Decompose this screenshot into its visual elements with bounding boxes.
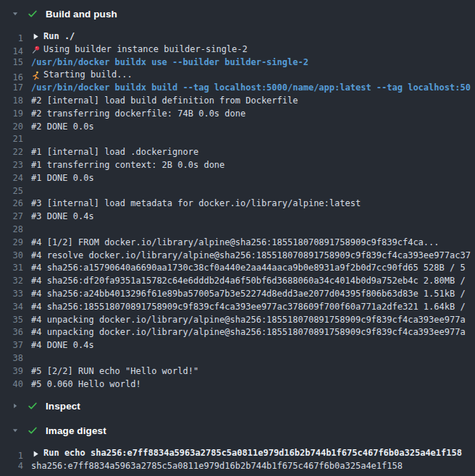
line-number[interactable]: 39 <box>0 365 23 378</box>
log-line: 4 sha256:e7ff8834a5963a2785c5a0811e979d1… <box>0 460 475 473</box>
log-line: 20 #2 DONE 0.0s <box>0 121 475 134</box>
line-number[interactable]: 37 <box>0 339 23 352</box>
log-line: 26 #3 [internal] load metadata for docke… <box>0 197 475 211</box>
log-line-text: #1 DONE 0.0s <box>31 172 94 185</box>
log-line-text: #4 unpacking docker.io/library/alpine@sh… <box>31 314 466 327</box>
section-header-inspect[interactable]: Inspect <box>0 395 475 417</box>
pushpin-icon <box>31 45 41 54</box>
log-line-content: #1 transferring context: 2B 0.0s done <box>31 159 475 172</box>
log-line: 39 #5 [2/2] RUN echo "Hello world!" <box>0 365 475 378</box>
line-number[interactable]: 20 <box>0 121 23 134</box>
log-line-content: #4 [1/2] FROM docker.io/library/alpine@s… <box>31 237 475 250</box>
line-number[interactable]: 17 <box>0 82 23 95</box>
log-line-content: #3 DONE 0.4s <box>31 211 475 224</box>
line-number[interactable]: 40 <box>0 378 23 391</box>
line-number[interactable]: 14 <box>0 46 23 56</box>
line-number[interactable]: 23 <box>0 159 23 172</box>
line-number[interactable]: 35 <box>0 314 23 327</box>
log-line: 1 Run ./ <box>0 30 475 43</box>
check-icon <box>28 9 38 19</box>
log-line: 17 /usr/bin/docker buildx build --tag lo… <box>0 82 475 95</box>
line-number[interactable]: 31 <box>0 262 23 275</box>
log-line-content: #2 DONE 0.0s <box>31 121 475 134</box>
log-line-text: #4 DONE 0.4s <box>31 339 94 352</box>
log-line-text: #4 sha256:df20fa9351a15782c64e6dddb2d4a6… <box>31 275 466 288</box>
line-number[interactable]: 18 <box>0 95 23 108</box>
log-line-content: Using builder instance builder-single-2 <box>31 43 475 56</box>
log-line-content: #1 DONE 0.0s <box>31 172 475 185</box>
log-line-text: #1 [internal] load .dockerignore <box>31 146 198 159</box>
expand-arrow-icon[interactable] <box>31 449 41 459</box>
log-line-content: /usr/bin/docker buildx build --tag local… <box>31 82 475 95</box>
chevron-icon[interactable] <box>12 427 19 434</box>
chevron-icon[interactable] <box>12 402 19 409</box>
log-line: 34 #4 sha256:185518070891758909c9f839cf4… <box>0 301 475 314</box>
chevron-icon[interactable] <box>12 10 19 17</box>
log-line: 14 Using builder instance builder-single… <box>0 43 475 56</box>
log-line-text: #4 [1/2] FROM docker.io/library/alpine@s… <box>31 237 440 250</box>
log-line-text: #3 [internal] load metadata for docker.i… <box>31 197 361 211</box>
line-number[interactable]: 19 <box>0 108 23 121</box>
log-line-text: #2 [internal] load build definition from… <box>31 95 298 108</box>
log-section-build-and-push: Build and push 1 Run ./ 14 Using builder… <box>0 3 475 392</box>
log-line-content: #5 [2/2] RUN echo "Hello world!" <box>31 365 475 378</box>
line-number[interactable]: 22 <box>0 146 23 159</box>
line-number[interactable]: 38 <box>0 352 23 365</box>
log-line-text: #2 DONE 0.0s <box>31 121 94 134</box>
line-number[interactable]: 1 <box>0 33 23 43</box>
log-line-text: /usr/bin/docker buildx use --builder bui… <box>31 56 308 69</box>
log-line-content: #4 sha256:a15790640a6690aa1730c38cf0a440… <box>31 262 475 275</box>
log-line: 19 #2 transferring dockerfile: 74B 0.0s … <box>0 108 475 121</box>
log-line-content: Starting build... <box>31 69 475 82</box>
line-number[interactable]: 33 <box>0 288 23 301</box>
line-number[interactable]: 1 <box>0 450 23 460</box>
log-line: 36 #4 unpacking docker.io/library/alpine… <box>0 326 475 339</box>
log-line-content: #2 [internal] load build definition from… <box>31 95 475 108</box>
line-number[interactable]: 16 <box>0 72 23 82</box>
log-line-text: #4 sha256:185518070891758909c9f839cf4ca3… <box>31 301 466 314</box>
log-line-text: #5 0.060 Hello world! <box>31 378 141 391</box>
log-line: 25 <box>0 185 475 198</box>
log-line-content: #2 transferring dockerfile: 74B 0.0s don… <box>31 108 475 121</box>
log-line-text: /usr/bin/docker buildx build --tag local… <box>31 82 471 95</box>
log-line-content: #4 resolve docker.io/library/alpine@sha2… <box>31 250 475 263</box>
expand-arrow-icon[interactable] <box>31 32 41 41</box>
log-line-text: #2 transferring dockerfile: 74B 0.0s don… <box>31 108 245 121</box>
log-line: 31 #4 sha256:a15790640a6690aa1730c38cf0a… <box>0 262 475 275</box>
line-number[interactable]: 28 <box>0 224 23 237</box>
section-title: Inspect <box>46 401 80 412</box>
log-line-content: #4 unpacking docker.io/library/alpine@sh… <box>31 326 475 339</box>
log-line-text: #4 resolve docker.io/library/alpine@sha2… <box>31 250 471 263</box>
line-number[interactable]: 21 <box>0 133 23 146</box>
log-line-text: Run echo sha256:e7ff8834a5963a2785c5a081… <box>43 447 462 460</box>
section-header-build-and-push[interactable]: Build and push <box>0 3 475 25</box>
log-section-image-digest: Image digest 1 Run echo sha256:e7ff8834a… <box>0 420 475 475</box>
log-line-text: #5 [2/2] RUN echo "Hello world!" <box>31 365 198 378</box>
log-line-content: /usr/bin/docker buildx use --builder bui… <box>31 56 475 69</box>
line-number[interactable]: 26 <box>0 197 23 211</box>
log-line: 27 #3 DONE 0.4s <box>0 211 475 224</box>
line-number[interactable]: 15 <box>0 56 23 69</box>
log-line-text: #1 transferring context: 2B 0.0s done <box>31 159 224 172</box>
log-line: 32 #4 sha256:df20fa9351a15782c64e6dddb2d… <box>0 275 475 288</box>
line-number[interactable]: 4 <box>0 460 23 473</box>
line-number[interactable]: 30 <box>0 250 23 263</box>
line-number[interactable]: 36 <box>0 326 23 339</box>
line-number[interactable]: 27 <box>0 211 23 224</box>
line-number[interactable]: 34 <box>0 301 23 314</box>
log-line-text: Using builder instance builder-single-2 <box>43 43 248 56</box>
log-line: 37 #4 DONE 0.4s <box>0 339 475 352</box>
line-number[interactable]: 24 <box>0 172 23 185</box>
line-number[interactable]: 29 <box>0 237 23 250</box>
log-line-content: #4 sha256:a24bb4013296f61e89ba57005a7b3e… <box>31 288 475 301</box>
log-line: 21 <box>0 133 475 146</box>
line-number[interactable]: 25 <box>0 185 23 198</box>
section-header-image-digest[interactable]: Image digest <box>0 420 475 441</box>
log-line: 22 #1 [internal] load .dockerignore <box>0 146 475 159</box>
log-line: 18 #2 [internal] load build definition f… <box>0 95 475 108</box>
log-line-content: #4 DONE 0.4s <box>31 339 475 352</box>
log-line-text: #3 DONE 0.4s <box>31 211 94 224</box>
log-line: 1 Run echo sha256:e7ff8834a5963a2785c5a0… <box>0 447 475 460</box>
section-title: Build and push <box>46 9 117 20</box>
line-number[interactable]: 32 <box>0 275 23 288</box>
